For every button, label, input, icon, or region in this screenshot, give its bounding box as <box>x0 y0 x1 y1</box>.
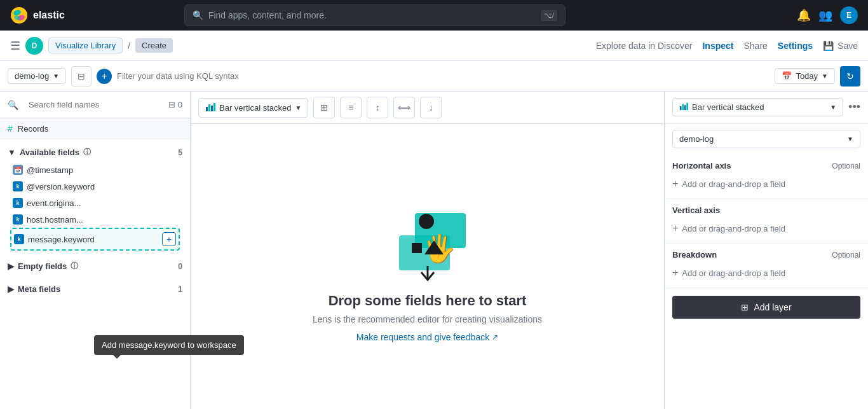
settings-button[interactable]: Settings <box>778 41 813 51</box>
sort-icon: ↕ <box>376 102 380 113</box>
field-item-version[interactable]: k @version.keyword <box>10 178 180 195</box>
bell-icon[interactable]: 🔔 <box>797 8 811 22</box>
field-filter-count[interactable]: ⊟ 0 <box>168 100 182 109</box>
vertical-axis-add-field[interactable]: + Add or drag-and-drop a field <box>672 220 860 237</box>
breakdown-section: Breakdown Optional + Add or drag-and-dro… <box>665 244 868 288</box>
empty-fields-header[interactable]: ▶ Empty fields ⓘ 0 <box>8 257 182 275</box>
breadcrumb-visualize-library[interactable]: Visualize Library <box>48 38 123 53</box>
right-panel: Bar vertical stacked ▼ ••• demo-log ▼ Ho… <box>665 92 868 409</box>
elastic-wordmark: elastic <box>33 10 65 21</box>
vertical-axis-header: Vertical axis <box>672 205 860 215</box>
refresh-button[interactable]: ↻ <box>840 66 860 87</box>
secondary-toolbar: ☰ D Visualize Library / Create Explore d… <box>0 31 868 61</box>
calendar-icon: 📅 <box>782 71 792 81</box>
meta-fields-header[interactable]: ▶ Meta fields 1 <box>8 281 182 298</box>
users-icon[interactable]: 👥 <box>818 8 832 22</box>
chevron-down-icon: ▼ <box>53 73 59 80</box>
records-icon: # <box>8 123 13 134</box>
global-search-input[interactable] <box>208 10 536 20</box>
global-search-bar[interactable]: 🔍 ⌥/ <box>184 4 566 26</box>
save-icon: 💾 <box>823 41 834 51</box>
breadcrumb-d-avatar: D <box>25 37 43 55</box>
expand-meta-icon: ▶ <box>8 284 14 294</box>
search-icon: 🔍 <box>193 10 203 20</box>
hamburger-menu[interactable]: ☰ <box>10 39 20 53</box>
inspect-button[interactable]: Inspect <box>702 41 733 51</box>
settings-vis-button[interactable]: ≡ <box>340 97 362 118</box>
settings-icon: ≡ <box>348 102 353 113</box>
kql-filter-input[interactable] <box>117 71 770 81</box>
available-fields-header[interactable]: ▼ Available fields ⓘ 5 <box>8 143 182 162</box>
svg-rect-5 <box>208 104 210 111</box>
download-icon: ↓ <box>429 102 433 113</box>
toolbar-actions: Explore data in Discover Inspect Share S… <box>596 41 858 51</box>
drop-title: Drop some fields here to start <box>329 293 527 309</box>
svg-rect-15 <box>680 106 682 110</box>
layers-icon: ⊞ <box>741 302 749 312</box>
filter-icon: ⊟ <box>78 71 85 81</box>
data-source-selector[interactable]: demo-log ▼ <box>8 68 66 84</box>
config-bar-icon <box>679 102 688 113</box>
add-layer-button[interactable]: ⊞ Add layer <box>672 296 860 319</box>
svg-rect-7 <box>214 103 215 111</box>
search-fields-icon: 🔍 <box>8 100 18 110</box>
field-type-k-host: k <box>13 214 23 225</box>
drop-illustration: 🖐 <box>377 191 478 293</box>
config-vis-type-selector[interactable]: Bar vertical stacked ▼ <box>672 98 843 116</box>
filter-options-button[interactable]: ⊟ <box>71 66 92 87</box>
breakdown-optional: Optional <box>832 251 860 260</box>
top-navigation: elastic 🔍 ⌥/ 🔔 👥 E <box>0 0 868 31</box>
user-avatar[interactable]: E <box>840 6 858 24</box>
svg-point-0 <box>11 7 27 24</box>
horizontal-axis-add-field[interactable]: + Add or drag-and-drop a field <box>672 176 860 192</box>
breakdown-label: Breakdown <box>672 250 717 260</box>
config-more-options-button[interactable]: ••• <box>848 101 860 114</box>
share-button[interactable]: Share <box>743 41 767 51</box>
search-shortcut: ⌥/ <box>541 10 557 21</box>
plus-icon-b: + <box>672 267 678 279</box>
search-fields-input[interactable] <box>24 97 163 113</box>
save-button[interactable]: 💾 Save <box>823 41 858 51</box>
vis-type-selector[interactable]: Bar vertical stacked ▼ <box>198 98 308 118</box>
center-panel: Bar vertical stacked ▼ ⊞ ≡ ↕ ⟺ ↓ <box>191 92 665 409</box>
field-name-event: event.origina... <box>27 198 81 208</box>
meta-fields-section: ▶ Meta fields 1 <box>0 278 190 300</box>
add-message-field-button[interactable]: + <box>162 232 176 246</box>
records-row[interactable]: # Records <box>0 118 190 139</box>
feedback-link[interactable]: Make requests and give feedback ↗ <box>356 332 498 342</box>
drag-button[interactable]: ⟺ <box>393 97 415 118</box>
drag-icon: ⟺ <box>398 102 410 113</box>
available-fields-help-icon: ⓘ <box>83 147 91 158</box>
drop-subtitle: Lens is the recommended editor for creat… <box>313 314 542 324</box>
empty-fields-help-icon: ⓘ <box>71 261 78 272</box>
collapse-icon: ▼ <box>8 148 16 157</box>
svg-rect-18 <box>686 103 688 110</box>
field-item-timestamp[interactable]: 📅 @timestamp <box>10 162 180 178</box>
elastic-logo[interactable]: elastic <box>10 6 65 24</box>
sort-button[interactable]: ↕ <box>367 97 388 118</box>
download-button[interactable]: ↓ <box>420 97 442 118</box>
field-item-event[interactable]: k event.origina... <box>10 195 180 211</box>
date-range-selector[interactable]: 📅 Today ▼ <box>775 68 835 84</box>
visualization-canvas: 🖐 Drop some fields here to start Lens is… <box>191 124 664 409</box>
breakdown-add-field[interactable]: + Add or drag-and-drop a field <box>672 265 860 281</box>
empty-fields-count: 0 <box>178 262 182 271</box>
breadcrumb-create: Create <box>135 38 173 53</box>
svg-rect-13 <box>412 243 422 253</box>
add-to-workspace-tooltip: Add message.keyword to workspace <box>94 335 244 355</box>
available-fields-section: ▼ Available fields ⓘ 5 📅 @timestamp k @v… <box>0 139 190 254</box>
meta-fields-count: 1 <box>178 285 182 294</box>
field-item-host[interactable]: k host.hostnam... <box>10 211 180 228</box>
left-panel: 🔍 ⊟ 0 # Records ▼ Available fields ⓘ 5 📅 <box>0 92 191 409</box>
plus-icon: + <box>672 178 678 190</box>
filter-bar: demo-log ▼ ⊟ + 📅 Today ▼ ↻ <box>0 61 868 92</box>
field-type-k-event: k <box>13 198 23 208</box>
explore-data-button[interactable]: Explore data in Discover <box>596 41 693 51</box>
config-data-source-selector[interactable]: demo-log ▼ <box>672 130 860 148</box>
add-filter-button[interactable]: + <box>97 69 112 84</box>
vis-type-chevron: ▼ <box>295 104 301 111</box>
field-item-message[interactable]: k message.keyword + <box>10 228 180 251</box>
field-name-host: host.hostnam... <box>27 215 83 225</box>
table-view-button[interactable]: ⊞ <box>313 97 335 118</box>
svg-rect-4 <box>206 107 208 111</box>
